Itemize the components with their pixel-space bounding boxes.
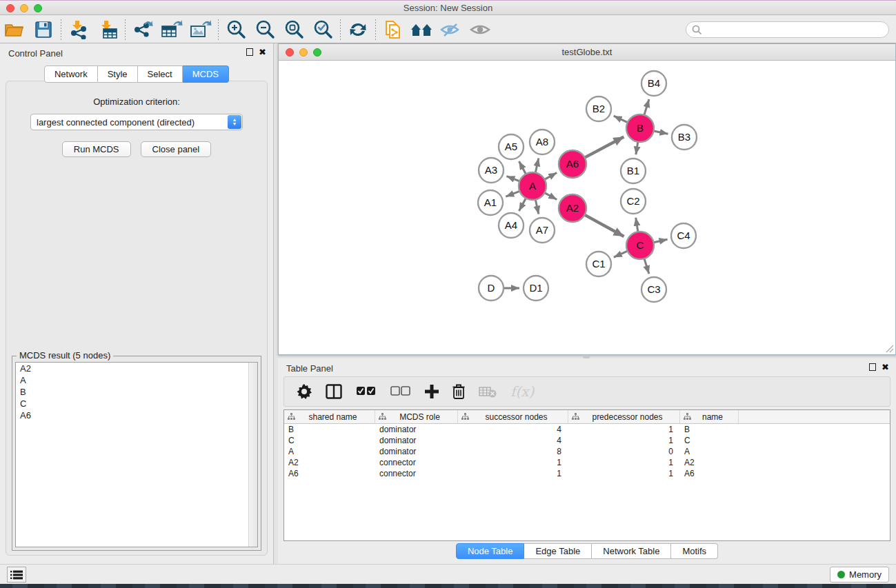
table-cell[interactable]: connector xyxy=(375,457,458,468)
mcds-result-list[interactable]: A2ABCA6 xyxy=(15,362,258,547)
edge-A-A8[interactable] xyxy=(535,158,539,172)
add-column-button[interactable] xyxy=(425,385,439,398)
table-cell[interactable]: 4 xyxy=(458,424,568,435)
table-cell[interactable]: A2 xyxy=(284,457,375,468)
column-header-MCDS-role[interactable]: MCDS role xyxy=(375,410,458,423)
table-cell[interactable]: 1 xyxy=(568,424,680,435)
mcds-result-item[interactable]: A6 xyxy=(16,409,257,421)
edge-A-A4[interactable] xyxy=(519,199,526,211)
copy-network-button[interactable] xyxy=(379,18,408,41)
mcds-result-item[interactable]: C xyxy=(16,398,257,409)
table-cell[interactable]: A xyxy=(284,446,375,457)
export-image-button[interactable] xyxy=(186,18,215,41)
mcds-result-item[interactable]: A2 xyxy=(16,363,257,374)
edge-A-A5[interactable] xyxy=(519,161,526,174)
table-cell[interactable]: 8 xyxy=(458,446,568,457)
network-window-titlebar[interactable]: testGlobe.txt xyxy=(279,44,895,61)
edge-B-B4[interactable] xyxy=(644,99,649,115)
edge-C-C1[interactable] xyxy=(614,251,628,257)
edge-C-C3[interactable] xyxy=(644,258,649,274)
optimization-criterion-select[interactable]: largest connected component (directed) ▲… xyxy=(30,114,243,130)
tab-network-table[interactable]: Network Table xyxy=(592,543,671,559)
scrollbar[interactable] xyxy=(248,363,257,547)
close-panel-icon[interactable]: ✖ xyxy=(882,363,889,371)
close-panel-button[interactable]: Close panel xyxy=(141,141,212,157)
table-cell[interactable]: C xyxy=(680,435,739,446)
import-network-button[interactable] xyxy=(64,18,93,41)
import-table-button[interactable] xyxy=(93,18,122,41)
table-cell[interactable]: dominator xyxy=(375,435,458,446)
tab-select[interactable]: Select xyxy=(138,65,183,83)
edge-B-B1[interactable] xyxy=(636,142,638,155)
function-builder-button[interactable]: f(x) xyxy=(510,383,534,400)
float-panel-icon[interactable] xyxy=(869,363,876,371)
table-settings-button[interactable] xyxy=(297,384,312,399)
table-cell[interactable]: 1 xyxy=(458,468,568,479)
show-panels-button[interactable] xyxy=(7,567,26,582)
node-table[interactable]: shared nameMCDS rolesuccessor nodesprede… xyxy=(283,409,890,541)
edge-A-A3[interactable] xyxy=(506,176,519,181)
table-row[interactable]: A6connector11A6 xyxy=(284,468,890,479)
table-cell[interactable]: A2 xyxy=(680,457,739,468)
show-all-button[interactable] xyxy=(466,18,495,41)
delete-column-button[interactable] xyxy=(452,384,465,399)
table-cell[interactable]: dominator xyxy=(375,424,458,435)
tab-network[interactable]: Network xyxy=(44,65,98,83)
column-header-successor-nodes[interactable]: successor nodes xyxy=(458,410,568,423)
table-cell[interactable]: 0 xyxy=(568,446,680,457)
mcds-result-item[interactable]: B xyxy=(16,386,257,398)
edge-A-A6[interactable] xyxy=(545,173,557,180)
mcds-result-item[interactable]: A xyxy=(16,374,257,386)
table-cell[interactable]: 1 xyxy=(568,435,680,446)
table-cell[interactable]: A xyxy=(680,446,739,457)
table-cell[interactable]: B xyxy=(680,424,739,435)
tab-edge-table[interactable]: Edge Table xyxy=(524,543,592,559)
tab-motifs[interactable]: Motifs xyxy=(671,543,718,559)
save-session-button[interactable] xyxy=(29,18,58,41)
tab-node-table[interactable]: Node Table xyxy=(456,543,525,559)
float-panel-icon[interactable] xyxy=(246,48,253,56)
refresh-button[interactable] xyxy=(344,18,372,41)
edge-B-B2[interactable] xyxy=(614,116,628,122)
table-cell[interactable]: B xyxy=(284,424,375,435)
edge-B-B3[interactable] xyxy=(654,131,668,134)
column-header-name[interactable]: name xyxy=(680,410,739,423)
zoom-in-button[interactable] xyxy=(221,18,250,41)
table-cell[interactable]: C xyxy=(284,435,375,446)
export-table-button[interactable] xyxy=(157,18,186,41)
table-cell[interactable]: connector xyxy=(375,468,458,479)
edge-A6-B[interactable] xyxy=(585,137,624,158)
run-mcds-button[interactable]: Run MCDS xyxy=(62,141,131,157)
edge-A2-C[interactable] xyxy=(585,215,624,236)
tab-mcds[interactable]: MCDS xyxy=(183,65,229,83)
zoom-out-button[interactable] xyxy=(250,18,279,41)
zoom-fit-button[interactable] xyxy=(279,18,308,41)
edge-C-C2[interactable] xyxy=(636,218,638,232)
edge-A-A7[interactable] xyxy=(535,200,539,214)
table-cell[interactable]: dominator xyxy=(375,446,458,457)
export-network-button[interactable] xyxy=(128,18,157,41)
table-row[interactable]: Cdominator41C xyxy=(284,435,890,446)
table-cell[interactable]: A6 xyxy=(680,468,739,479)
home-button[interactable] xyxy=(408,18,437,41)
deselect-all-button[interactable] xyxy=(390,386,411,397)
column-header-shared-name[interactable]: shared name xyxy=(284,410,375,423)
table-cell[interactable]: 1 xyxy=(458,457,568,468)
split-panel-button[interactable] xyxy=(326,384,342,399)
table-cell[interactable]: 1 xyxy=(568,457,680,468)
table-cell[interactable]: 1 xyxy=(568,468,680,479)
table-row[interactable]: Adominator80A xyxy=(284,446,890,457)
edge-A-A1[interactable] xyxy=(506,191,519,196)
open-session-button[interactable] xyxy=(0,18,29,41)
zoom-selected-button[interactable] xyxy=(308,18,337,41)
network-canvas[interactable]: B4B2BB3A8A5A6A3B1AC2A1A2A4A7C4CC1C3DD1 xyxy=(279,61,895,354)
column-header-predecessor-nodes[interactable]: predecessor nodes xyxy=(568,410,680,423)
table-cell[interactable]: A6 xyxy=(284,468,375,479)
table-row[interactable]: Bdominator41B xyxy=(284,424,890,435)
search-input[interactable] xyxy=(686,21,889,38)
table-cell[interactable]: 4 xyxy=(458,435,568,446)
memory-button[interactable]: Memory xyxy=(830,567,889,582)
edge-A-A2[interactable] xyxy=(545,193,557,200)
edge-C-C4[interactable] xyxy=(654,239,668,242)
resize-grip[interactable] xyxy=(884,343,894,353)
